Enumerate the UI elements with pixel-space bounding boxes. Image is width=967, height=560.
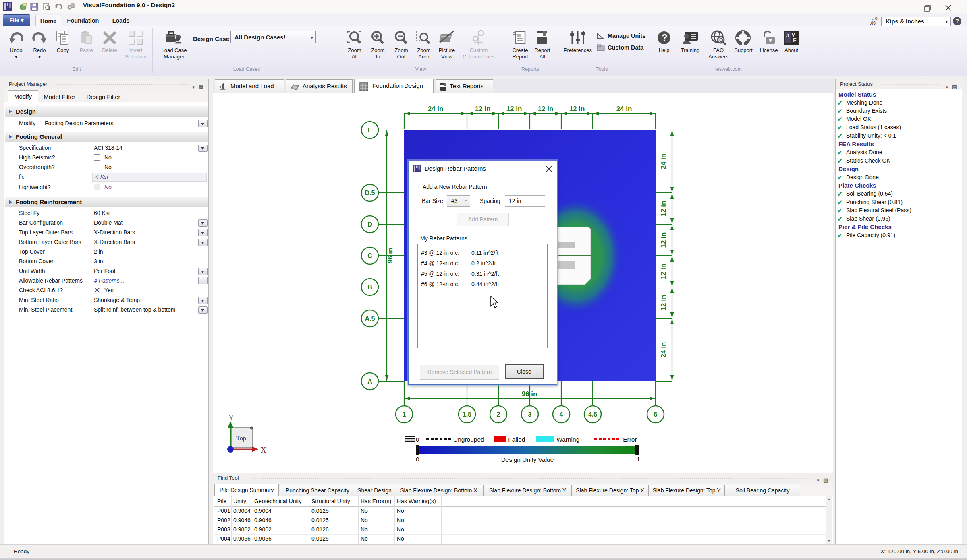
svg-text:96 in: 96 in: [522, 390, 537, 398]
svg-text:3: 3: [528, 411, 532, 418]
svg-text:-Warning: -Warning: [554, 436, 579, 443]
svg-text:C: C: [367, 252, 372, 259]
svg-text:1.5: 1.5: [463, 411, 471, 418]
svg-text:.00: .00: [870, 21, 876, 25]
svg-text:D: D: [367, 221, 372, 228]
svg-text:24 in: 24 in: [616, 105, 632, 113]
svg-text:B: B: [367, 284, 372, 291]
svg-text:F: F: [793, 37, 797, 43]
svg-text:24 in: 24 in: [428, 105, 444, 113]
svg-text:12 in: 12 in: [660, 295, 667, 311]
svg-text:24 in: 24 in: [660, 154, 667, 169]
svg-text:E: E: [368, 127, 372, 134]
svg-text:24 in: 24 in: [660, 342, 667, 358]
svg-text:12 in: 12 in: [506, 105, 522, 113]
svg-text:←0: ←0: [871, 17, 878, 21]
svg-text:4: 4: [560, 411, 563, 418]
svg-text:Design Unity Value: Design Unity Value: [501, 456, 554, 463]
svg-text:-Error: -Error: [621, 436, 637, 443]
svg-text:A: A: [367, 378, 372, 385]
svg-text:5: 5: [654, 411, 658, 418]
svg-text:-Failed: -Failed: [506, 436, 525, 443]
svg-text:1: 1: [637, 456, 640, 463]
svg-text:A.5: A.5: [365, 315, 375, 322]
svg-text:Top: Top: [236, 435, 246, 442]
svg-text:0: 0: [416, 456, 419, 463]
svg-text:12 in: 12 in: [660, 264, 667, 279]
svg-text:12 in: 12 in: [660, 201, 667, 217]
svg-text:X: X: [261, 446, 266, 454]
svg-text:?: ?: [662, 32, 668, 43]
svg-text:Y: Y: [228, 413, 234, 422]
svg-text:12 in: 12 in: [660, 232, 667, 248]
svg-text:1: 1: [403, 411, 406, 418]
svg-text:12 in: 12 in: [569, 105, 585, 113]
svg-text:D.5: D.5: [365, 190, 375, 196]
svg-text:12 in: 12 in: [538, 105, 554, 113]
svg-text:4.5: 4.5: [588, 411, 597, 418]
svg-text:Q: Q: [719, 37, 723, 43]
svg-text:J: J: [786, 33, 789, 39]
svg-text:0: 0: [416, 436, 419, 443]
svg-text:2: 2: [497, 411, 500, 418]
svg-text:Ungrouped: Ungrouped: [453, 436, 484, 443]
svg-text:12 in: 12 in: [475, 105, 491, 113]
